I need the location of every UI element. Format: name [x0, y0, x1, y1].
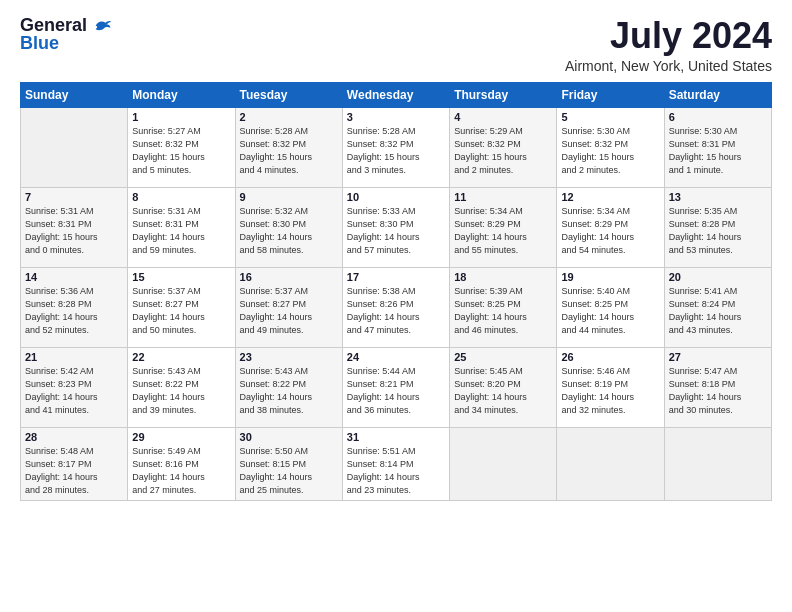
subtitle: Airmont, New York, United States [565, 58, 772, 74]
calendar-cell: 13Sunrise: 5:35 AM Sunset: 8:28 PM Dayli… [664, 187, 771, 267]
day-info: Sunrise: 5:39 AM Sunset: 8:25 PM Dayligh… [454, 285, 552, 337]
day-number: 5 [561, 111, 659, 123]
calendar-table: SundayMondayTuesdayWednesdayThursdayFrid… [20, 82, 772, 501]
calendar-cell: 20Sunrise: 5:41 AM Sunset: 8:24 PM Dayli… [664, 267, 771, 347]
calendar-cell: 14Sunrise: 5:36 AM Sunset: 8:28 PM Dayli… [21, 267, 128, 347]
calendar-cell: 25Sunrise: 5:45 AM Sunset: 8:20 PM Dayli… [450, 347, 557, 427]
calendar-day-header: Saturday [664, 82, 771, 107]
calendar-cell: 21Sunrise: 5:42 AM Sunset: 8:23 PM Dayli… [21, 347, 128, 427]
day-info: Sunrise: 5:43 AM Sunset: 8:22 PM Dayligh… [240, 365, 338, 417]
calendar-cell: 17Sunrise: 5:38 AM Sunset: 8:26 PM Dayli… [342, 267, 449, 347]
calendar-cell [21, 107, 128, 187]
calendar-cell: 19Sunrise: 5:40 AM Sunset: 8:25 PM Dayli… [557, 267, 664, 347]
day-info: Sunrise: 5:27 AM Sunset: 8:32 PM Dayligh… [132, 125, 230, 177]
calendar-cell: 23Sunrise: 5:43 AM Sunset: 8:22 PM Dayli… [235, 347, 342, 427]
day-info: Sunrise: 5:32 AM Sunset: 8:30 PM Dayligh… [240, 205, 338, 257]
calendar-cell: 3Sunrise: 5:28 AM Sunset: 8:32 PM Daylig… [342, 107, 449, 187]
logo-blue: Blue [20, 34, 59, 54]
logo: General Blue [20, 16, 112, 54]
calendar-cell [664, 427, 771, 500]
day-info: Sunrise: 5:48 AM Sunset: 8:17 PM Dayligh… [25, 445, 123, 497]
day-number: 26 [561, 351, 659, 363]
calendar-cell: 4Sunrise: 5:29 AM Sunset: 8:32 PM Daylig… [450, 107, 557, 187]
calendar-week-row: 7Sunrise: 5:31 AM Sunset: 8:31 PM Daylig… [21, 187, 772, 267]
day-number: 25 [454, 351, 552, 363]
calendar-cell: 18Sunrise: 5:39 AM Sunset: 8:25 PM Dayli… [450, 267, 557, 347]
logo-bird-icon [94, 19, 112, 33]
calendar-day-header: Friday [557, 82, 664, 107]
main-title: July 2024 [565, 16, 772, 56]
day-number: 23 [240, 351, 338, 363]
calendar-cell: 10Sunrise: 5:33 AM Sunset: 8:30 PM Dayli… [342, 187, 449, 267]
day-info: Sunrise: 5:37 AM Sunset: 8:27 PM Dayligh… [132, 285, 230, 337]
calendar-cell: 22Sunrise: 5:43 AM Sunset: 8:22 PM Dayli… [128, 347, 235, 427]
day-info: Sunrise: 5:33 AM Sunset: 8:30 PM Dayligh… [347, 205, 445, 257]
day-info: Sunrise: 5:44 AM Sunset: 8:21 PM Dayligh… [347, 365, 445, 417]
day-number: 4 [454, 111, 552, 123]
day-number: 3 [347, 111, 445, 123]
day-info: Sunrise: 5:45 AM Sunset: 8:20 PM Dayligh… [454, 365, 552, 417]
page: General Blue July 2024 Airmont, New York… [0, 0, 792, 612]
calendar-cell: 24Sunrise: 5:44 AM Sunset: 8:21 PM Dayli… [342, 347, 449, 427]
day-info: Sunrise: 5:49 AM Sunset: 8:16 PM Dayligh… [132, 445, 230, 497]
day-info: Sunrise: 5:43 AM Sunset: 8:22 PM Dayligh… [132, 365, 230, 417]
day-number: 2 [240, 111, 338, 123]
day-info: Sunrise: 5:34 AM Sunset: 8:29 PM Dayligh… [454, 205, 552, 257]
calendar-cell: 12Sunrise: 5:34 AM Sunset: 8:29 PM Dayli… [557, 187, 664, 267]
day-info: Sunrise: 5:30 AM Sunset: 8:31 PM Dayligh… [669, 125, 767, 177]
day-info: Sunrise: 5:36 AM Sunset: 8:28 PM Dayligh… [25, 285, 123, 337]
day-info: Sunrise: 5:31 AM Sunset: 8:31 PM Dayligh… [132, 205, 230, 257]
day-info: Sunrise: 5:28 AM Sunset: 8:32 PM Dayligh… [347, 125, 445, 177]
day-number: 12 [561, 191, 659, 203]
title-block: July 2024 Airmont, New York, United Stat… [565, 16, 772, 74]
calendar-cell: 30Sunrise: 5:50 AM Sunset: 8:15 PM Dayli… [235, 427, 342, 500]
calendar-cell: 9Sunrise: 5:32 AM Sunset: 8:30 PM Daylig… [235, 187, 342, 267]
day-number: 1 [132, 111, 230, 123]
calendar-cell: 27Sunrise: 5:47 AM Sunset: 8:18 PM Dayli… [664, 347, 771, 427]
calendar-cell [557, 427, 664, 500]
calendar-cell: 29Sunrise: 5:49 AM Sunset: 8:16 PM Dayli… [128, 427, 235, 500]
day-number: 31 [347, 431, 445, 443]
calendar-header-row: SundayMondayTuesdayWednesdayThursdayFrid… [21, 82, 772, 107]
day-info: Sunrise: 5:40 AM Sunset: 8:25 PM Dayligh… [561, 285, 659, 337]
calendar-cell: 26Sunrise: 5:46 AM Sunset: 8:19 PM Dayli… [557, 347, 664, 427]
calendar-cell: 11Sunrise: 5:34 AM Sunset: 8:29 PM Dayli… [450, 187, 557, 267]
calendar-cell: 8Sunrise: 5:31 AM Sunset: 8:31 PM Daylig… [128, 187, 235, 267]
day-number: 10 [347, 191, 445, 203]
calendar-cell: 15Sunrise: 5:37 AM Sunset: 8:27 PM Dayli… [128, 267, 235, 347]
day-number: 27 [669, 351, 767, 363]
day-number: 19 [561, 271, 659, 283]
day-number: 16 [240, 271, 338, 283]
day-number: 14 [25, 271, 123, 283]
day-number: 8 [132, 191, 230, 203]
day-number: 21 [25, 351, 123, 363]
day-number: 11 [454, 191, 552, 203]
calendar-day-header: Thursday [450, 82, 557, 107]
calendar-week-row: 1Sunrise: 5:27 AM Sunset: 8:32 PM Daylig… [21, 107, 772, 187]
day-info: Sunrise: 5:29 AM Sunset: 8:32 PM Dayligh… [454, 125, 552, 177]
day-info: Sunrise: 5:28 AM Sunset: 8:32 PM Dayligh… [240, 125, 338, 177]
calendar-cell: 6Sunrise: 5:30 AM Sunset: 8:31 PM Daylig… [664, 107, 771, 187]
day-info: Sunrise: 5:34 AM Sunset: 8:29 PM Dayligh… [561, 205, 659, 257]
day-info: Sunrise: 5:41 AM Sunset: 8:24 PM Dayligh… [669, 285, 767, 337]
day-number: 28 [25, 431, 123, 443]
day-number: 30 [240, 431, 338, 443]
calendar-cell [450, 427, 557, 500]
calendar-week-row: 14Sunrise: 5:36 AM Sunset: 8:28 PM Dayli… [21, 267, 772, 347]
header: General Blue July 2024 Airmont, New York… [20, 16, 772, 74]
day-info: Sunrise: 5:35 AM Sunset: 8:28 PM Dayligh… [669, 205, 767, 257]
day-info: Sunrise: 5:38 AM Sunset: 8:26 PM Dayligh… [347, 285, 445, 337]
calendar-week-row: 28Sunrise: 5:48 AM Sunset: 8:17 PM Dayli… [21, 427, 772, 500]
day-info: Sunrise: 5:51 AM Sunset: 8:14 PM Dayligh… [347, 445, 445, 497]
calendar-day-header: Monday [128, 82, 235, 107]
day-number: 13 [669, 191, 767, 203]
day-number: 9 [240, 191, 338, 203]
day-info: Sunrise: 5:37 AM Sunset: 8:27 PM Dayligh… [240, 285, 338, 337]
day-info: Sunrise: 5:30 AM Sunset: 8:32 PM Dayligh… [561, 125, 659, 177]
day-number: 22 [132, 351, 230, 363]
day-info: Sunrise: 5:46 AM Sunset: 8:19 PM Dayligh… [561, 365, 659, 417]
calendar-cell: 16Sunrise: 5:37 AM Sunset: 8:27 PM Dayli… [235, 267, 342, 347]
calendar-cell: 5Sunrise: 5:30 AM Sunset: 8:32 PM Daylig… [557, 107, 664, 187]
day-info: Sunrise: 5:50 AM Sunset: 8:15 PM Dayligh… [240, 445, 338, 497]
calendar-cell: 2Sunrise: 5:28 AM Sunset: 8:32 PM Daylig… [235, 107, 342, 187]
